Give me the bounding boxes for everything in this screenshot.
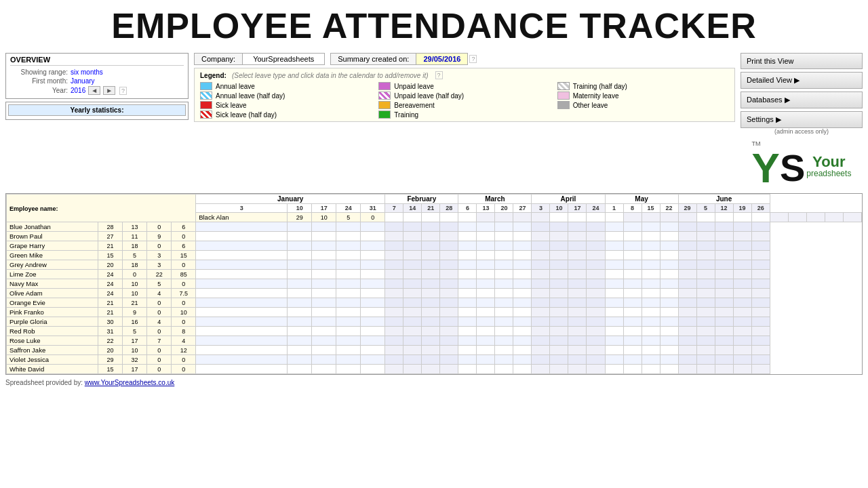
cal-cell-3-2-0[interactable] [458,241,477,251]
cal-cell-1-1-3[interactable] [440,222,458,232]
cal-cell-4-4-3[interactable] [660,251,678,260]
cal-cell-3-1-1[interactable] [403,241,422,251]
cal-cell-0-3-2[interactable] [660,213,678,222]
cal-cell-2-5-1[interactable] [696,232,715,241]
cal-cell-4-2-0[interactable] [458,251,477,260]
cal-cell-0-5-1[interactable] [788,213,806,222]
cal-cell-0-3-0[interactable] [623,213,642,222]
cal-cell-12-1-2[interactable] [422,327,440,336]
cal-cell-7-2-3[interactable] [513,279,532,289]
cal-cell-1-0-0[interactable] [196,222,288,232]
cal-cell-1-0-2[interactable] [312,222,336,232]
cal-cell-15-3-3[interactable] [587,355,605,365]
cal-cell-11-5-3[interactable] [733,317,751,327]
cal-cell-12-0-1[interactable] [288,327,312,336]
cal-cell-6-3-0[interactable] [532,270,550,279]
cal-cell-9-0-1[interactable] [288,298,312,308]
cal-cell-13-5-4[interactable] [751,336,770,346]
cal-cell-12-0-0[interactable] [196,327,288,336]
cal-cell-1-3-2[interactable] [568,222,587,232]
cal-cell-6-5-4[interactable] [751,270,770,279]
cal-cell-1-4-3[interactable] [660,222,678,232]
cal-cell-10-1-0[interactable] [385,308,403,317]
cal-cell-13-2-2[interactable] [495,336,513,346]
cal-cell-2-3-0[interactable] [532,232,550,241]
cal-cell-15-2-1[interactable] [477,355,495,365]
cal-cell-6-4-0[interactable] [605,270,623,279]
cal-cell-9-3-3[interactable] [587,298,605,308]
cal-cell-15-5-3[interactable] [733,355,751,365]
cal-cell-0-5-3[interactable] [825,213,843,222]
cal-cell-0-1-1[interactable] [495,213,513,222]
cal-cell-6-0-2[interactable] [312,270,336,279]
cal-cell-10-0-4[interactable] [361,308,385,317]
cal-cell-9-2-3[interactable] [513,298,532,308]
cal-cell-5-2-3[interactable] [513,260,532,270]
cal-cell-14-5-4[interactable] [751,346,770,355]
cal-cell-7-1-2[interactable] [422,279,440,289]
cal-cell-7-0-3[interactable] [336,279,361,289]
cal-cell-0-1-0[interactable] [477,213,495,222]
cal-cell-16-1-2[interactable] [422,365,440,374]
cal-cell-16-1-3[interactable] [440,365,458,374]
cal-cell-15-1-0[interactable] [385,355,403,365]
cal-cell-11-1-0[interactable] [385,317,403,327]
cal-cell-4-5-3[interactable] [733,251,751,260]
cal-cell-10-2-3[interactable] [513,308,532,317]
cal-cell-8-5-4[interactable] [751,289,770,298]
cal-cell-7-0-1[interactable] [288,279,312,289]
cal-cell-2-1-1[interactable] [403,232,422,241]
cal-cell-7-1-3[interactable] [440,279,458,289]
cal-cell-4-2-1[interactable] [477,251,495,260]
cal-cell-5-5-4[interactable] [751,260,770,270]
cal-cell-6-1-0[interactable] [385,270,403,279]
cal-cell-11-0-2[interactable] [312,317,336,327]
cal-cell-16-5-1[interactable] [696,365,715,374]
cal-cell-10-1-2[interactable] [422,308,440,317]
cal-cell-5-3-1[interactable] [550,260,568,270]
cal-cell-7-0-0[interactable] [196,279,288,289]
cal-cell-5-5-1[interactable] [696,260,715,270]
cal-cell-14-5-2[interactable] [715,346,733,355]
cal-cell-8-4-1[interactable] [623,289,642,298]
cal-cell-9-1-1[interactable] [403,298,422,308]
cal-cell-6-2-3[interactable] [513,270,532,279]
cal-cell-5-1-1[interactable] [403,260,422,270]
cal-cell-3-2-3[interactable] [513,241,532,251]
cal-cell-8-1-3[interactable] [440,289,458,298]
cal-cell-13-3-2[interactable] [568,336,587,346]
cal-cell-16-4-0[interactable] [605,365,623,374]
cal-cell-16-5-2[interactable] [715,365,733,374]
cal-cell-7-1-1[interactable] [403,279,422,289]
cal-cell-3-3-0[interactable] [532,241,550,251]
cal-cell-10-5-3[interactable] [733,308,751,317]
footer-url[interactable]: www.YourSpreadsheets.co.uk [85,379,175,386]
cal-cell-4-1-0[interactable] [385,251,403,260]
cal-cell-9-5-1[interactable] [696,298,715,308]
cal-cell-5-4-1[interactable] [623,260,642,270]
cal-cell-7-5-4[interactable] [751,279,770,289]
cal-cell-11-4-2[interactable] [642,317,660,327]
cal-cell-13-0-3[interactable] [336,336,361,346]
cal-cell-0-5-2[interactable] [806,213,825,222]
cal-cell-10-5-1[interactable] [696,308,715,317]
cal-cell-9-4-3[interactable] [660,298,678,308]
cal-cell-14-2-1[interactable] [477,346,495,355]
cal-cell-1-4-1[interactable] [623,222,642,232]
legend-annual[interactable]: Annual leave [200,82,372,90]
cal-cell-14-1-3[interactable] [440,346,458,355]
cal-cell-12-3-2[interactable] [568,327,587,336]
cal-cell-1-5-4[interactable] [751,222,770,232]
cal-cell-0-2-2[interactable] [587,213,605,222]
detailed-view-button[interactable]: Detailed View ▶ [741,72,863,89]
cal-cell-13-5-1[interactable] [696,336,715,346]
cal-cell-6-2-0[interactable] [458,270,477,279]
cal-cell-12-0-4[interactable] [361,327,385,336]
cal-cell-5-3-2[interactable] [568,260,587,270]
cal-cell-15-4-3[interactable] [660,355,678,365]
cal-cell-14-2-0[interactable] [458,346,477,355]
cal-cell-15-5-1[interactable] [696,355,715,365]
cal-cell-1-5-1[interactable] [696,222,715,232]
cal-cell-8-2-1[interactable] [477,289,495,298]
cal-cell-12-2-2[interactable] [495,327,513,336]
